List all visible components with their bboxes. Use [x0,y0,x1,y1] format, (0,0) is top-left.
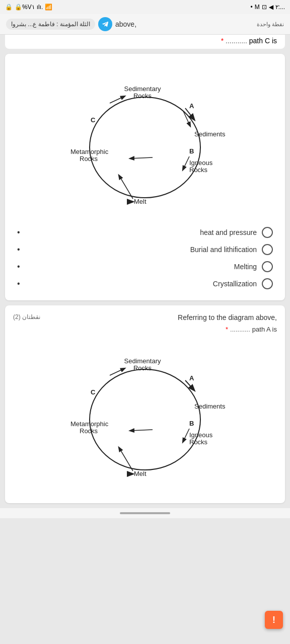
q2-text: Referring to the diagram above, [40,313,277,321]
question-2-card: نقطتان (2) Referring to the diagram abov… [5,305,285,503]
bottom-bar [0,508,290,518]
svg-line-21 [130,430,153,431]
status-right: • M ⊡ ◀ ٢:... [250,4,285,11]
wifi-icon: 📶 [45,4,52,11]
svg-text:Igneous: Igneous [189,431,213,439]
diagram-svg-1: Sedimentary Rocks A Sediments B Igneous … [64,72,226,213]
rock-cycle-diagram-1: Sedimentary Rocks A Sediments B Igneous … [13,67,277,218]
option-text: Burial and lithification [25,246,257,254]
svg-line-12 [119,175,133,199]
svg-text:Rocks: Rocks [133,92,152,100]
melt-label-1: Melt [134,198,147,205]
svg-line-25 [119,447,133,471]
notification-text: الثلة المؤمنة : فاطمة ع... بشروا [11,21,90,28]
q2-header: نقطتان (2) Referring to the diagram abov… [13,313,277,321]
navigation-icon: ◀ [269,4,273,11]
dots-indicator: ........... [226,37,247,45]
screenshot-icon: ⊡ [262,4,267,11]
radio-option-3[interactable] [262,261,273,272]
sedimentary-rocks-label-1: Sedimentary [124,85,161,93]
svg-text:Sedimentary: Sedimentary [124,357,161,365]
svg-text:Metamorphic: Metamorphic [70,420,109,428]
options-list-1: • heat and pressure • Burial and lithifi… [13,224,277,292]
q2-required-line: * ........... path A is [13,326,277,333]
svg-text:Rocks: Rocks [189,166,208,174]
label-a-2: A [189,374,194,382]
star-indicator: * [221,37,224,45]
bottom-indicator [120,512,170,514]
svg-text:Rocks: Rocks [189,438,208,446]
q2-label: path A is [252,326,277,333]
option-item: • Melting [13,258,277,275]
above-text: above, [115,20,136,28]
label-a-1: A [189,102,194,110]
svg-line-24 [110,368,125,375]
time-display: ٢:... [275,4,285,11]
svg-line-16 [185,380,194,390]
battery-text: 🔒%V١ [15,4,35,11]
question-1-card: Sedimentary Rocks A Sediments B Igneous … [5,54,285,300]
signal-icon: ılı. [37,4,43,11]
svg-line-8 [183,156,189,170]
notification-bubble[interactable]: الثلة المؤمنة : فاطمة ع... بشروا [6,19,95,30]
svg-line-9 [130,157,153,158]
sediments-label-2: Sediments [194,403,226,410]
notification-right: الثلة المؤمنة : فاطمة ع... بشروا above, [6,17,136,31]
dot-indicator: • [250,4,252,11]
q2-points: نقطتان (2) [13,313,40,320]
option-item: • Crystallization [13,275,277,292]
option-text: Crystallization [25,280,257,288]
rock-cycle-diagram-2: Sedimentary Rocks A Sediments B Igneous … [13,339,277,490]
notification-bar: نقطة واحدة الثلة المؤمنة : فاطمة ع... بش… [0,14,290,35]
diagram-svg-2: Sedimentary Rocks A Sediments B Igneous … [64,344,226,485]
label-c-2: C [91,388,96,396]
path-c-line: * ........... path C is [5,35,285,49]
label-b-2: B [189,420,194,427]
melt-label-2: Melt [134,470,147,477]
path-c-label: path C is [249,37,277,45]
radio-option-4[interactable] [262,278,273,289]
label-c-1: C [91,116,96,124]
telegram-icon[interactable] [98,17,112,31]
option-text: heat and pressure [25,228,257,236]
svg-line-11 [110,96,125,103]
notification-points: نقطة واحدة [257,21,284,28]
radio-option-2[interactable] [262,244,273,255]
svg-text:Metamorphic: Metamorphic [70,148,109,155]
status-bar: 🔒 🔒%V١ ılı. 📶 • M ⊡ ◀ ٢:... [0,0,290,14]
lock-icon: 🔒 [5,4,13,11]
help-icon: ! [272,615,275,625]
status-left: 🔒 🔒%V١ ılı. 📶 [5,4,52,11]
svg-point-13 [90,369,200,470]
mail-icon: M [255,4,260,11]
option-text: Melting [25,263,257,271]
q2-dots: ........... [230,326,250,333]
q2-star: * [226,326,228,333]
svg-text:Igneous: Igneous [189,159,213,167]
sediments-label-1: Sediments [194,130,226,138]
help-button[interactable]: ! [265,611,283,629]
label-b-1: B [189,147,194,155]
svg-text:Rocks: Rocks [80,427,98,435]
svg-line-22 [183,429,189,442]
option-item: • Burial and lithification [13,241,277,258]
svg-text:Rocks: Rocks [80,155,98,163]
option-item: • heat and pressure [13,224,277,241]
radio-option-1[interactable] [262,227,273,238]
svg-text:Rocks: Rocks [133,364,152,372]
